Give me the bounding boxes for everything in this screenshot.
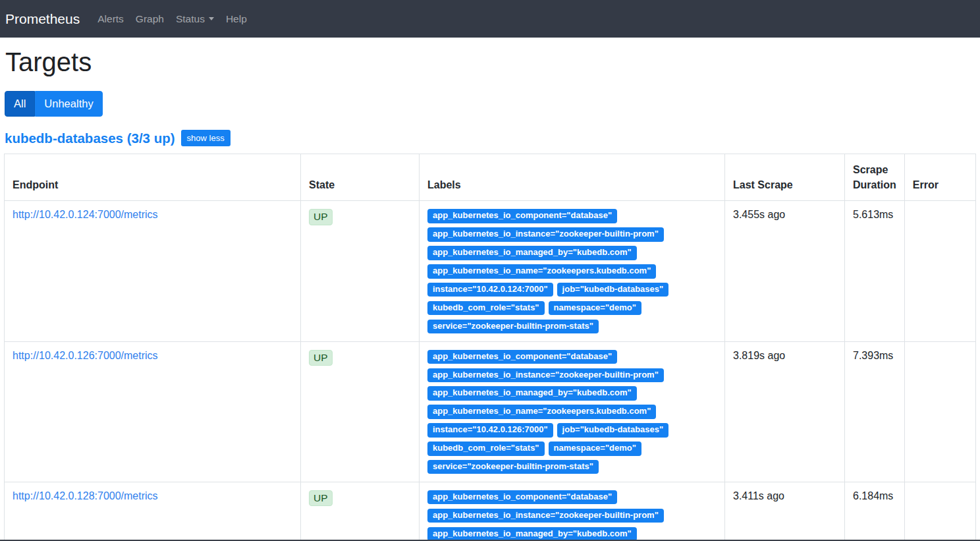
label-badge: app_kubernetes_io_component="database" [427,209,617,223]
filter-unhealthy-button[interactable]: Unhealthy [35,91,102,117]
main-content: Targets All Unhealthy kubedb-databases (… [0,47,980,541]
state-cell: UP [301,482,420,541]
header-labels: Labels [420,154,725,201]
label-badge: app_kubernetes_io_name="zookeepers.kubed… [427,405,656,418]
endpoint-link[interactable]: http://10.42.0.128:7000/metrics [13,490,158,501]
target-row: http://10.42.0.126:7000/metricsUPapp_kub… [5,341,976,482]
labels-cell: app_kubernetes_io_component="database"ap… [420,482,725,541]
navbar-brand[interactable]: Prometheus [5,11,80,27]
label-badge: app_kubernetes_io_component="database" [427,350,617,364]
navbar-nav: Alerts Graph Status Help [92,8,253,30]
label-badge: service="zookeeper-builtin-prom-stats" [427,320,599,333]
health-filter-group: All Unhealthy [5,91,103,117]
table-header-row: Endpoint State Labels Last Scrape Scrape… [5,154,976,201]
label-badge: kubedb_com_role="stats" [427,301,545,315]
header-state: State [301,154,420,201]
last-scrape-cell: 3.411s ago [725,482,845,541]
target-row: http://10.42.0.128:7000/metricsUPapp_kub… [5,482,976,541]
nav-item-graph[interactable]: Graph [130,8,170,30]
nav-item-help[interactable]: Help [220,8,253,30]
scrape-duration-cell: 7.393ms [845,341,905,482]
endpoint-cell: http://10.42.0.126:7000/metrics [5,341,301,482]
filter-all-button[interactable]: All [5,91,35,117]
state-cell: UP [301,201,420,341]
nav-item-status[interactable]: Status [170,8,220,30]
scrape-duration-cell: 5.613ms [845,201,905,341]
state-badge: UP [309,209,333,225]
label-badge: app_kubernetes_io_instance="zookeeper-bu… [427,509,664,523]
labels-cell: app_kubernetes_io_component="database"ap… [420,201,725,341]
label-badge: app_kubernetes_io_managed_by="kubedb.com… [427,246,637,260]
chevron-down-icon [209,17,214,20]
label-badge: job="kubedb-databases" [557,283,669,297]
targets-table-body: http://10.42.0.124:7000/metricsUPapp_kub… [5,201,976,541]
show-less-button[interactable]: show less [181,130,231,146]
label-badge: app_kubernetes_io_managed_by="kubedb.com… [427,386,637,400]
error-cell [904,201,975,341]
target-row: http://10.42.0.124:7000/metricsUPapp_kub… [5,201,976,341]
header-scrape-duration: Scrape Duration [845,154,905,201]
last-scrape-cell: 3.819s ago [725,341,845,482]
job-heading[interactable]: kubedb-databases (3/3 up) [5,130,175,146]
header-error: Error [904,154,975,201]
scrape-duration-cell: 6.184ms [845,482,905,541]
page-title: Targets [5,47,976,77]
header-endpoint: Endpoint [5,154,301,201]
label-badge: app_kubernetes_io_managed_by="kubedb.com… [427,527,637,541]
label-badge: job="kubedb-databases" [557,423,669,437]
state-badge: UP [309,350,333,366]
state-badge: UP [309,490,333,506]
last-scrape-cell: 3.455s ago [725,201,845,341]
endpoint-link[interactable]: http://10.42.0.124:7000/metrics [13,209,158,220]
targets-table: Endpoint State Labels Last Scrape Scrape… [4,154,976,541]
label-badge: namespace="demo" [549,301,641,315]
state-cell: UP [301,341,420,482]
endpoint-cell: http://10.42.0.128:7000/metrics [5,482,301,541]
endpoint-link[interactable]: http://10.42.0.126:7000/metrics [13,350,158,361]
endpoint-cell: http://10.42.0.124:7000/metrics [5,201,301,341]
label-badge: instance="10.42.0.126:7000" [427,423,553,437]
label-badge: namespace="demo" [549,441,641,455]
nav-item-alerts[interactable]: Alerts [92,8,130,30]
label-badge: app_kubernetes_io_instance="zookeeper-bu… [427,368,664,382]
label-badge: app_kubernetes_io_name="zookeepers.kubed… [427,264,656,278]
label-badge: instance="10.42.0.124:7000" [427,283,553,297]
label-badge: app_kubernetes_io_component="database" [427,490,617,504]
label-badge: app_kubernetes_io_instance="zookeeper-bu… [427,227,664,241]
error-cell [904,341,975,482]
error-cell [904,482,975,541]
job-heading-row: kubedb-databases (3/3 up) show less [5,130,976,146]
label-badge: service="zookeeper-builtin-prom-stats" [427,460,599,474]
labels-cell: app_kubernetes_io_component="database"ap… [420,341,725,482]
header-last-scrape: Last Scrape [725,154,845,201]
navbar: Prometheus Alerts Graph Status Help [0,0,980,38]
nav-item-status-label: Status [176,13,205,25]
label-badge: kubedb_com_role="stats" [427,441,545,455]
